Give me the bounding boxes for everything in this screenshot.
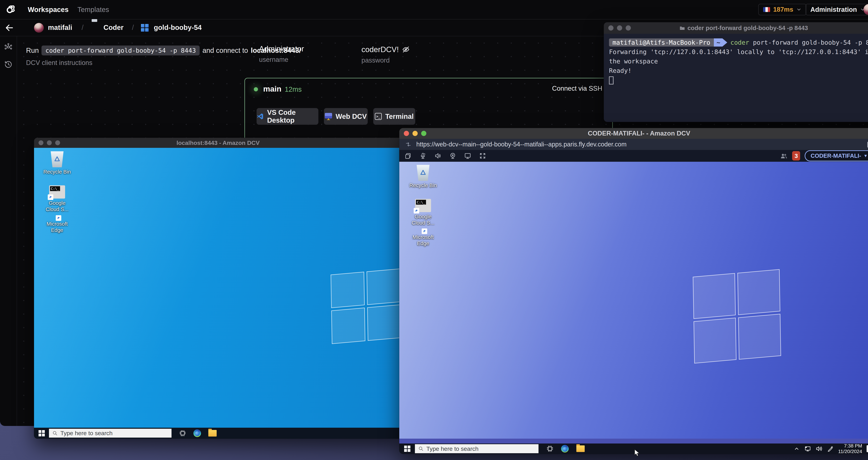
display-icon[interactable] — [464, 152, 471, 159]
session-icon — [405, 141, 411, 147]
password-field: coderDCV! password — [362, 45, 410, 64]
browser-url-bar[interactable]: https://web-dcv--main--gold-booby-54--ma… — [399, 139, 868, 150]
network-display-icon[interactable] — [804, 445, 811, 452]
desktop-icon-gcloud-shell[interactable]: C:\_ Google Cloud S... — [42, 185, 72, 212]
desktop-icon-gcloud-shell[interactable]: C:\_ Google Cloud S... — [408, 199, 438, 226]
macos-desktop: Workspaces Templates 187ms Administratio… — [0, 0, 868, 460]
administration-menu-button[interactable]: Administration — [806, 4, 868, 15]
dcv-window-localhost: localhost:8443 - Amazon DCV Recycle Bin … — [34, 138, 402, 439]
fullscreen-icon[interactable] — [479, 152, 486, 159]
desktop-icon-recycle-bin[interactable]: Recycle Bin — [408, 165, 438, 189]
taskbar-search-web[interactable]: Type here to search — [415, 444, 538, 453]
dcv-web-title: CODER-MATIFALI- - Amazon DCV — [588, 130, 690, 137]
eye-off-icon[interactable] — [402, 46, 410, 54]
action-center-icon[interactable]: 1 — [867, 445, 868, 452]
start-button[interactable] — [38, 430, 45, 436]
username-label: username — [259, 56, 304, 63]
task-view-icon[interactable] — [547, 445, 553, 452]
connect-via-ssh-button[interactable]: Connect via SSH — [552, 85, 609, 92]
close-button[interactable] — [608, 25, 614, 31]
windows-template-icon — [141, 24, 149, 32]
coder-sidebar — [0, 36, 17, 426]
taskbar-search-local[interactable]: Type here to search — [49, 429, 172, 438]
breadcrumb-org[interactable]: Coder — [103, 24, 124, 31]
start-button[interactable] — [404, 445, 410, 452]
latency-button[interactable]: 187ms — [758, 4, 806, 15]
close-button[interactable] — [404, 131, 409, 136]
dcv-window-web: CODER-MATIFALI- - Amazon DCV https://web… — [399, 128, 868, 454]
web-dcv-button[interactable]: Web DCV — [324, 108, 368, 125]
icon-label: Recycle Bin — [409, 182, 437, 189]
icon-label: Microsoft Edge — [408, 234, 438, 247]
windows-desktop-local[interactable]: Recycle Bin C:\_ Google Cloud S... Micro… — [34, 148, 402, 428]
username-value: Administrator — [259, 45, 304, 53]
coder-logo-icon[interactable] — [5, 4, 16, 14]
minimize-button[interactable] — [617, 25, 622, 31]
windows-stack-icon[interactable] — [404, 152, 411, 159]
mouse-cursor — [634, 449, 641, 457]
search-placeholder: Type here to search — [426, 445, 478, 452]
icon-label: Google Cloud S... — [42, 200, 72, 212]
collaborators-icon[interactable] — [780, 152, 787, 159]
port-forward-command[interactable]: coder port-forward gold-booby-54 -p 8443 — [41, 46, 199, 55]
file-explorer-icon[interactable] — [208, 430, 217, 436]
volume-icon[interactable] — [434, 152, 441, 159]
breadcrumb-workspace: gold-booby-54 — [154, 24, 202, 31]
cmd-terminal-icon: C:\_ — [415, 199, 431, 212]
edge-taskbar-icon[interactable] — [193, 429, 201, 437]
close-button[interactable] — [38, 140, 43, 145]
vscode-desktop-button[interactable]: VS Code Desktop — [256, 108, 318, 125]
prompt-path: ~ — [714, 38, 727, 47]
taskbar-clock[interactable]: 7:38 PM 11/20/2024 — [838, 443, 862, 454]
tray-chevron-up-icon[interactable] — [794, 446, 800, 452]
nav-workspaces[interactable]: Workspaces — [28, 0, 69, 19]
windows-taskbar-web: Type here to search — [399, 443, 868, 454]
task-view-icon[interactable] — [179, 430, 186, 437]
edge-taskbar-icon[interactable] — [561, 445, 569, 453]
breadcrumb-user[interactable]: matifali — [48, 24, 72, 31]
icon-label: Microsoft Edge — [42, 221, 72, 233]
nav-templates[interactable]: Templates — [78, 0, 109, 19]
zoom-button[interactable] — [421, 131, 426, 136]
terminal-icon: >_ — [375, 113, 382, 120]
zoom-button[interactable] — [626, 25, 631, 31]
session-menu-button[interactable]: CODER-MATIFALI- ▼ — [805, 150, 868, 162]
password-label: password — [362, 57, 410, 64]
session-label: CODER-MATIFALI- — [810, 152, 861, 159]
clipboard-icon[interactable] — [867, 141, 868, 148]
back-arrow-icon[interactable] — [5, 24, 13, 32]
dcv-client-instructions-link[interactable]: DCV client instructions — [26, 59, 92, 66]
pen-icon[interactable] — [827, 445, 834, 452]
desktop-icon-edge[interactable]: Microsoft Edge — [42, 220, 72, 233]
minimize-button[interactable] — [47, 140, 52, 145]
dcv-toolbar: 3 CODER-MATIFALI- ▼ — [399, 150, 868, 162]
url-text[interactable]: https://web-dcv--main--gold-booby-54--ma… — [416, 141, 862, 148]
terminal-output[interactable]: matifali@Atifs-MacBook-Pro~coder port-fo… — [604, 34, 868, 122]
command-rest: port-forward gold-booby-54 -p 8443 — [753, 39, 868, 46]
terminal-label: Terminal — [385, 113, 414, 120]
microphone-off-icon[interactable] — [420, 152, 426, 159]
workspace-owner-avatar[interactable] — [34, 23, 44, 33]
run-prefix: Run — [26, 47, 39, 54]
resources-topology-icon[interactable] — [4, 42, 13, 52]
minimize-button[interactable] — [412, 131, 418, 136]
webcam-off-icon[interactable] — [449, 152, 456, 159]
caret-down-icon: ▼ — [864, 153, 868, 158]
terminal-titlebar[interactable]: coder port-forward gold-booby-54 -p 8443 — [604, 22, 868, 34]
shortcut-arrow-icon — [414, 208, 419, 213]
macos-terminal-window: coder port-forward gold-booby-54 -p 8443… — [604, 22, 868, 122]
terminal-button[interactable]: >_ Terminal — [373, 108, 415, 125]
speaker-icon[interactable] — [815, 445, 823, 452]
desktop-icon-edge[interactable]: Microsoft Edge — [408, 233, 438, 247]
connect-via-ssh-label: Connect via SSH — [552, 85, 602, 92]
clock-date: 11/20/2024 — [838, 449, 862, 454]
output-ready: Ready! — [609, 66, 868, 76]
zoom-button[interactable] — [55, 140, 60, 145]
dcv-local-titlebar[interactable]: localhost:8443 - Amazon DCV — [34, 138, 402, 148]
file-explorer-icon[interactable] — [576, 445, 585, 452]
history-icon[interactable] — [4, 60, 13, 69]
desktop-icon-recycle-bin[interactable]: Recycle Bin — [42, 151, 72, 175]
dcv-web-titlebar[interactable]: CODER-MATIFALI- - Amazon DCV — [399, 128, 868, 139]
chevron-down-icon — [796, 7, 802, 12]
windows-desktop-web[interactable]: Recycle Bin C:\_ Google Cloud S... Micro… — [399, 162, 868, 443]
